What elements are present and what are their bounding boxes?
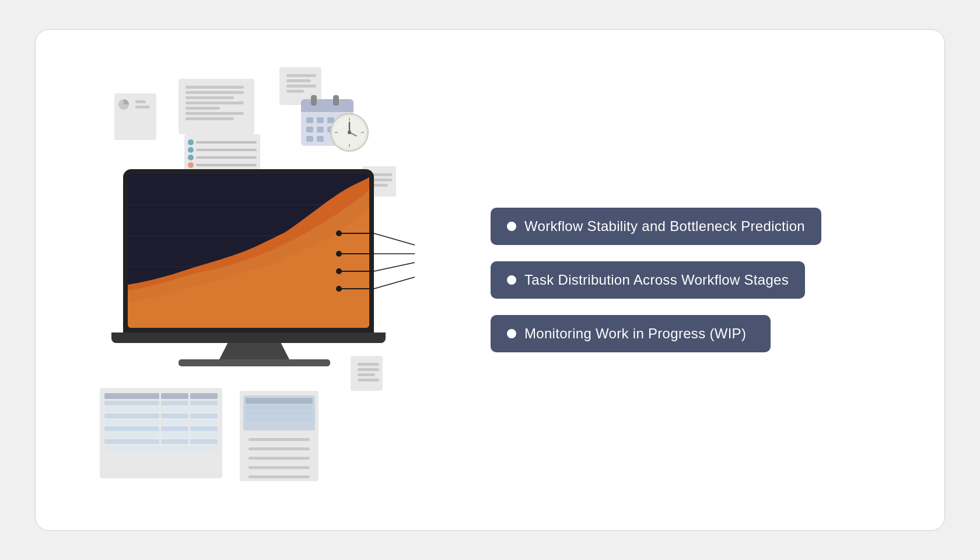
label-pill-1: Workflow Stability and Bottleneck Predic… xyxy=(491,208,821,245)
doc-bottom-center xyxy=(240,391,318,481)
svg-rect-7 xyxy=(317,117,324,123)
svg-rect-11 xyxy=(317,127,324,132)
label-dot-1 xyxy=(507,222,516,231)
doc-piechart xyxy=(114,93,156,140)
label-text-1: Workflow Stability and Bottleneck Predic… xyxy=(524,218,805,235)
pie-icon xyxy=(118,99,130,110)
label-text-3: Monitoring Work in Progress (WIP) xyxy=(524,326,746,342)
table-widget xyxy=(100,388,222,478)
svg-rect-4 xyxy=(311,95,317,106)
label-pill-2: Task Distribution Across Workflow Stages xyxy=(491,261,805,299)
label-pill-3: Monitoring Work in Progress (WIP) xyxy=(491,315,771,352)
label-item-1: Workflow Stability and Bottleneck Predic… xyxy=(491,208,898,245)
calendar-clock-icon xyxy=(298,85,374,160)
labels-area: Workflow Stability and Bottleneck Predic… xyxy=(456,208,898,352)
svg-rect-14 xyxy=(306,136,313,142)
svg-point-24 xyxy=(348,131,351,134)
illustration-area xyxy=(82,52,432,508)
svg-rect-3 xyxy=(301,106,354,112)
label-item-3: Monitoring Work in Progress (WIP) xyxy=(491,315,898,352)
svg-rect-15 xyxy=(317,136,324,142)
svg-rect-5 xyxy=(333,95,339,106)
label-dot-2 xyxy=(507,275,516,285)
svg-rect-6 xyxy=(306,117,313,123)
main-card: Workflow Stability and Bottleneck Predic… xyxy=(35,29,945,531)
doc-bottom-right xyxy=(351,356,383,391)
label-text-2: Task Distribution Across Workflow Stages xyxy=(524,272,789,288)
label-item-2: Task Distribution Across Workflow Stages xyxy=(491,261,898,299)
doc-text xyxy=(178,79,254,134)
svg-rect-10 xyxy=(306,127,313,132)
laptop xyxy=(123,169,386,366)
label-dot-3 xyxy=(507,329,516,338)
